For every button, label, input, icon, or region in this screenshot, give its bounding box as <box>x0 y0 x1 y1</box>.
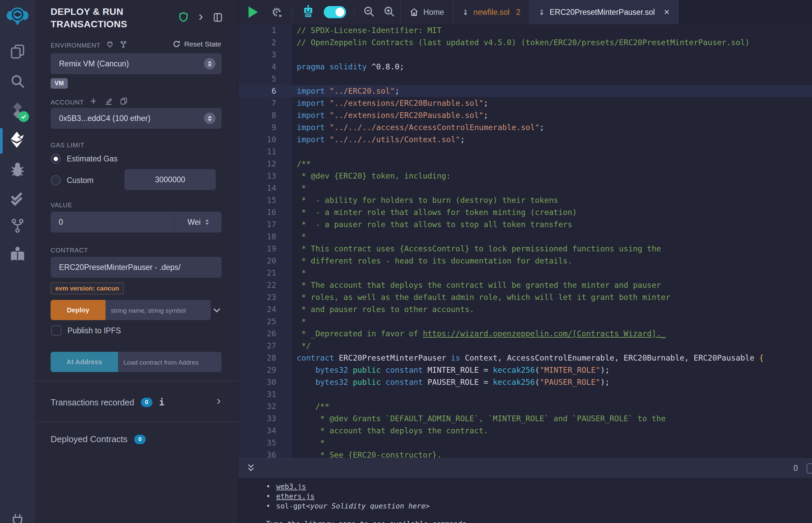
custom-gas-radio[interactable] <box>51 175 61 185</box>
line-number[interactable]: 11 <box>239 146 292 158</box>
code-line-13[interactable]: 13 * @dev {ERC20} token, including: <box>239 170 812 182</box>
code-line-21[interactable]: 21 * <box>239 267 812 279</box>
line-number[interactable]: 35 <box>239 437 292 449</box>
close-tab-icon[interactable]: × <box>664 7 669 17</box>
line-number[interactable]: 20 <box>239 255 292 267</box>
code-line-30[interactable]: 30 bytes32 public constant PAUSER_ROLE =… <box>239 376 812 388</box>
code-line-31[interactable]: 31 <box>239 388 812 400</box>
line-number[interactable]: 31 <box>239 388 292 400</box>
expand-constructor-params-icon[interactable] <box>212 305 222 317</box>
contract-select[interactable]: ERC20PresetMinterPauser - .deps/ <box>51 257 222 278</box>
value-unit-select[interactable]: Wei <box>174 212 222 233</box>
line-number[interactable]: 22 <box>239 279 292 291</box>
code-line-12[interactable]: 12/** <box>239 158 812 170</box>
line-number[interactable]: 30 <box>239 376 292 388</box>
code-line-33[interactable]: 33 * @dev Grants `DEFAULT_ADMIN_ROLE`, `… <box>239 413 812 425</box>
code-line-17[interactable]: 17 * - a pauser role that allows to stop… <box>239 218 812 231</box>
code-line-1[interactable]: 1// SPDX-License-Identifier: MIT <box>239 24 812 36</box>
code-line-9[interactable]: 9import "../../../access/AccessControlEn… <box>239 121 812 133</box>
pin-panel-icon[interactable] <box>212 12 223 24</box>
line-number[interactable]: 16 <box>239 206 292 218</box>
value-input[interactable] <box>51 218 174 227</box>
line-number[interactable]: 9 <box>239 121 292 133</box>
run-script-play-icon[interactable] <box>248 6 258 18</box>
code-line-29[interactable]: 29 bytes32 public constant MINTER_ROLE =… <box>239 364 812 376</box>
code-line-22[interactable]: 22 * The account that deploys the contra… <box>239 279 812 291</box>
deploy-run-icon[interactable] <box>0 130 35 149</box>
line-number[interactable]: 3 <box>239 49 292 61</box>
line-number[interactable]: 24 <box>239 303 292 315</box>
line-number[interactable]: 27 <box>239 340 292 352</box>
code-line-2[interactable]: 2// OpenZeppelin Contracts (last updated… <box>239 36 812 49</box>
line-number[interactable]: 4 <box>239 61 292 73</box>
line-number[interactable]: 26 <box>239 327 292 340</box>
environment-fork-icon[interactable] <box>119 40 127 50</box>
line-number[interactable]: 2 <box>239 36 292 49</box>
line-number[interactable]: 32 <box>239 400 292 413</box>
code-line-27[interactable]: 27 */ <box>239 340 812 352</box>
zoom-in-icon[interactable] <box>383 5 395 19</box>
terminal-library-link[interactable]: web3.js <box>276 482 306 492</box>
at-address-input[interactable] <box>118 352 222 372</box>
estimated-gas-radio[interactable] <box>51 154 61 164</box>
code-editor[interactable]: 1// SPDX-License-Identifier: MIT2// Open… <box>239 24 812 458</box>
terminal-library-link[interactable]: ethers.js <box>276 492 315 501</box>
line-number[interactable]: 13 <box>239 170 292 182</box>
line-number[interactable]: 8 <box>239 109 292 121</box>
code-line-15[interactable]: 15 * - ability for holders to burn (dest… <box>239 194 812 206</box>
file-explorer-icon[interactable] <box>0 43 35 60</box>
code-line-28[interactable]: 28contract ERC20PresetMinterPauser is Co… <box>239 352 812 364</box>
line-number[interactable]: 25 <box>239 315 292 327</box>
search-icon[interactable] <box>0 73 35 90</box>
code-line-10[interactable]: 10import "../../../utils/Context.sol"; <box>239 133 812 146</box>
line-number[interactable]: 17 <box>239 218 292 231</box>
code-line-35[interactable]: 35 * <box>239 437 812 449</box>
line-number[interactable]: 29 <box>239 364 292 376</box>
learneth-icon[interactable] <box>0 245 35 263</box>
plugin-manager-icon[interactable] <box>0 513 35 523</box>
git-icon[interactable] <box>0 218 35 234</box>
line-number[interactable]: 28 <box>239 352 292 364</box>
at-address-button[interactable]: At Address <box>51 352 118 372</box>
expand-transactions-chevron-icon[interactable] <box>214 397 223 408</box>
line-number[interactable]: 33 <box>239 413 292 425</box>
tab-home[interactable]: Home <box>400 0 453 24</box>
expand-terminal-chevrons-icon[interactable] <box>246 462 256 475</box>
code-line-5[interactable]: 5 <box>239 73 812 85</box>
constructor-params-input[interactable] <box>106 300 211 320</box>
run-settings-gear-icon[interactable]: ⚙ ▶ <box>271 6 282 18</box>
listen-network-checkbox[interactable] <box>807 463 812 473</box>
code-line-6[interactable]: 6import "../ERC20.sol"; <box>239 85 812 97</box>
code-line-3[interactable]: 3 <box>239 49 812 61</box>
environment-plug-icon[interactable] <box>106 40 114 50</box>
zoom-out-icon[interactable] <box>363 5 375 19</box>
sign-message-icon[interactable] <box>104 97 113 108</box>
custom-gas-input[interactable] <box>124 169 216 190</box>
unit-testing-icon[interactable] <box>0 190 35 207</box>
code-line-19[interactable]: 19 * This contract uses {AccessControl} … <box>239 242 812 255</box>
code-line-20[interactable]: 20 * different roles - head to its docum… <box>239 255 812 267</box>
remix-logo[interactable] <box>0 5 35 26</box>
code-line-36[interactable]: 36 * See {ERC20-constructor}. <box>239 449 812 458</box>
line-number[interactable]: 15 <box>239 194 292 206</box>
copilot-toggle[interactable] <box>324 6 346 18</box>
line-number[interactable]: 18 <box>239 231 292 242</box>
code-line-14[interactable]: 14 * <box>239 182 812 194</box>
code-line-4[interactable]: 4pragma solidity ^0.8.0; <box>239 61 812 73</box>
code-line-11[interactable]: 11 <box>239 146 812 158</box>
code-line-24[interactable]: 24 * and pauser roles to other accounts. <box>239 303 812 315</box>
code-line-18[interactable]: 18 * <box>239 231 812 242</box>
line-number[interactable]: 19 <box>239 242 292 255</box>
line-number[interactable]: 5 <box>239 73 292 85</box>
line-number[interactable]: 36 <box>239 449 292 458</box>
account-select[interactable]: 0x5B3...eddC4 (100 ether) <box>51 108 222 129</box>
code-line-16[interactable]: 16 * - a minter role that allows for tok… <box>239 206 812 218</box>
line-number[interactable]: 10 <box>239 133 292 146</box>
code-line-25[interactable]: 25 * <box>239 315 812 327</box>
debugger-bug-icon[interactable] <box>0 160 35 178</box>
code-line-23[interactable]: 23 * roles, as well as the default admin… <box>239 291 812 303</box>
line-number[interactable]: 6 <box>239 85 292 97</box>
code-line-32[interactable]: 32 /** <box>239 400 812 413</box>
tab-erc20presetminterpauser-sol[interactable]: ERC20PresetMinterPauser.sol × <box>529 0 678 24</box>
line-number[interactable]: 23 <box>239 291 292 303</box>
